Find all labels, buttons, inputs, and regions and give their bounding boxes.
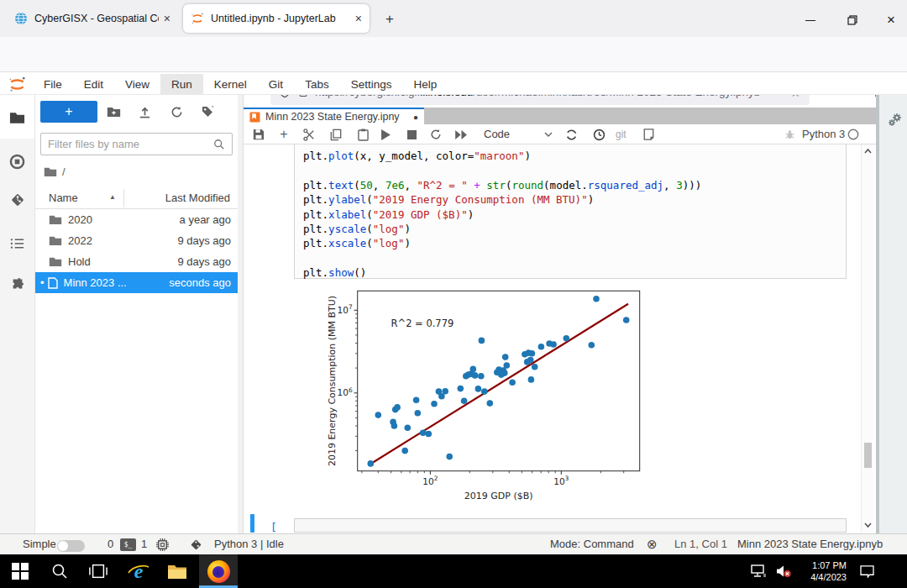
tag-icon[interactable] [197,102,218,121]
code-cell[interactable]: plt.plot(x, y_model, color="maroon") plt… [294,144,847,279]
network-tray-icon[interactable] [746,554,771,588]
property-inspector-gears-icon[interactable] [886,112,903,129]
run-cell-icon[interactable] [379,128,392,141]
shield-x-icon[interactable]: ⊗ [647,537,658,552]
menu-kernel[interactable]: Kernel [203,74,258,95]
volume-muted-icon[interactable] [771,554,796,588]
menu-tabs[interactable]: Tabs [294,74,340,95]
sort-asc-icon[interactable]: ▲ [109,193,116,201]
unsaved-dot-icon[interactable]: ● [413,113,418,122]
empty-code-cell[interactable] [294,518,847,533]
right-sidebar [879,95,907,533]
menu-edit[interactable]: Edit [73,74,114,95]
code-editor[interactable]: plt.plot(x, y_model, color="maroon") plt… [295,144,846,281]
chip-icon[interactable] [156,538,169,551]
column-last-modified[interactable]: Last Modified [165,192,230,204]
browser-tab-jupyterlab[interactable]: Untitled.ipynb - JupyterLab × [183,4,370,33]
svg-text:2019 Energy Consumption (MM BT: 2019 Energy Consumption (MM BTU) [327,296,338,466]
file-row-2020[interactable]: 2020a year ago [35,209,238,230]
new-tab-button[interactable]: + [380,9,400,29]
tab-close-icon[interactable]: × [355,13,362,24]
file-row-2022[interactable]: 20229 days ago [35,230,238,251]
statusbar-filename: Minn 2023 State Energy.ipnyb [737,538,883,550]
upload-icon[interactable] [134,102,155,121]
globe-favicon-icon [14,12,28,25]
taskbar-clock[interactable]: 1:07 PM 4/4/2023 [798,559,847,583]
stop-kernel-icon[interactable] [405,128,418,141]
restart-run-all-icon[interactable] [454,128,468,141]
command-mode-text[interactable]: Mode: Command [550,538,634,550]
chevron-down-icon[interactable] [542,128,555,141]
cell-type-dropdown[interactable]: Code [484,128,510,140]
scrollbar-thumb[interactable] [864,443,872,468]
notebook-tab[interactable]: Minn 2023 State Energy.ipny ● [244,108,424,124]
file-date: 9 days ago [177,234,231,247]
restart-kernel-icon[interactable] [429,128,443,141]
code-line [303,251,846,265]
simple-mode-toggle[interactable] [57,540,85,552]
breadcrumb-root[interactable]: / [62,165,66,178]
refresh-icon[interactable] [166,102,186,121]
diff-notebook-icon[interactable] [642,128,655,141]
breadcrumb[interactable]: / [44,165,66,178]
save-icon[interactable] [252,128,265,141]
running-kernels-icon[interactable] [0,150,34,172]
menu-view[interactable]: View [114,74,160,95]
history-clock-icon[interactable] [592,128,606,141]
search-icon [213,139,225,150]
activity-bar [0,95,35,533]
browser-tab-cybergisx[interactable]: CyberGISX - Geospatial Commu × [7,5,178,32]
menu-help[interactable]: Help [402,74,448,95]
file-name: Minn 2023 ... [64,276,170,289]
code-line: plt.show() [303,265,846,280]
menu-run[interactable]: Run [160,74,203,95]
tab-close-icon[interactable]: × [164,13,170,24]
window-close-button[interactable]: × [878,12,904,29]
new-launcher-button[interactable]: + [40,101,97,123]
panel-splitter[interactable] [238,95,244,533]
git-label[interactable]: git [616,129,627,140]
git-sync-icon[interactable] [564,128,578,141]
terminal-icon[interactable]: $_ [120,538,136,551]
scroll-down-icon[interactable] [862,521,874,529]
file-row-minn-2023-[interactable]: •Minn 2023 ...seconds ago [35,272,238,293]
extension-manager-icon[interactable] [0,273,34,295]
start-button[interactable] [2,554,39,588]
code-line: plt.ylabel("2019 Energy Consumption (MM … [303,192,846,207]
cursor-position-text[interactable]: Ln 1, Col 1 [674,538,727,550]
window-minimize-button[interactable]: — [798,12,823,29]
new-folder-icon[interactable] [103,102,123,121]
browser-toolbar: ← → ⌂ https://cybergisx.cigi.illinois.ed… [0,37,907,72]
kernel-status-text[interactable]: Python 3 | Idle [214,538,284,550]
scroll-up-icon[interactable] [862,147,874,155]
svg-text:R^2 = 0.779: R^2 = 0.779 [391,318,454,329]
copy-cells-icon[interactable] [329,128,343,141]
menu-git[interactable]: Git [258,74,294,95]
file-row-hold[interactable]: Hold9 days ago [35,251,238,272]
file-explorer-icon[interactable] [159,554,196,588]
menu-settings[interactable]: Settings [340,74,403,95]
git-sidebar-icon[interactable] [0,189,34,211]
kernel-status-icon[interactable] [847,128,860,141]
paste-cells-icon[interactable] [356,128,370,141]
task-view-icon[interactable] [80,554,117,588]
firefox-taskbar-button[interactable] [199,554,238,588]
filter-files-input[interactable]: Filter files by name [40,133,233,155]
column-name[interactable]: Name [49,192,78,204]
kernel-name[interactable]: Python 3 [802,128,845,140]
window-restore-button[interactable] [840,12,865,29]
minimize-icon: — [805,14,815,26]
output-figure: 1021031061072019 GDP ($B)2019 Energy Con… [326,289,643,506]
menu-file[interactable]: File [33,74,73,95]
file-browser-icon[interactable] [0,107,34,129]
git-status-icon[interactable] [190,538,202,551]
notebook-toolbar: + Code git [244,124,876,144]
cut-cells-icon[interactable] [302,128,316,141]
action-center-icon[interactable] [852,554,882,588]
debugger-bug-icon[interactable] [783,128,796,141]
notebook-scrollbar[interactable] [861,144,873,533]
table-of-contents-icon[interactable] [0,233,34,255]
add-cell-icon[interactable]: + [277,128,291,141]
internet-explorer-icon[interactable]: e [120,554,157,588]
taskbar-search-icon[interactable] [41,554,78,588]
